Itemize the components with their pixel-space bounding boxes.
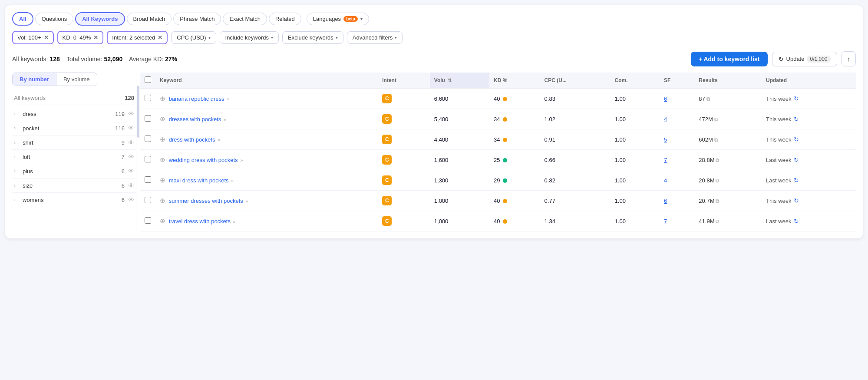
keyword-link[interactable]: dresses with pockets <box>169 116 221 122</box>
keyword-link[interactable]: summer dresses with pockets <box>169 198 243 204</box>
kd-filter-close[interactable]: ✕ <box>93 34 98 41</box>
sf-value[interactable]: 5 <box>664 136 667 143</box>
sf-cell: 6 <box>660 191 694 211</box>
add-keyword-icon[interactable]: ⊕ <box>160 135 165 143</box>
intent-filter-chip[interactable]: Intent: 2 selected ✕ <box>107 31 168 44</box>
sf-cell: 6 <box>660 89 694 109</box>
eye-icon[interactable]: 👁 <box>128 153 134 160</box>
table-row: ⊕ maxi dress with pockets » C 1,300 29 0… <box>140 170 856 191</box>
intent-filter-close[interactable]: ✕ <box>158 34 162 41</box>
row-checkbox[interactable] <box>145 197 151 203</box>
add-keyword-icon[interactable]: ⊕ <box>160 115 165 122</box>
sidebar-item[interactable]: › size 6 👁 <box>12 178 136 193</box>
update-button[interactable]: ↻ Update 0/1,000 <box>772 52 837 66</box>
sidebar-item[interactable]: › dress 119 👁 <box>12 107 136 121</box>
eye-icon[interactable]: 👁 <box>128 125 134 132</box>
keyword-link[interactable]: dress with pockets <box>169 136 215 143</box>
copy-icon[interactable]: ⧉ <box>716 218 719 225</box>
copy-icon[interactable]: ⧉ <box>716 157 719 163</box>
vol-filter-close[interactable]: ✕ <box>44 34 49 41</box>
tab-bar: All Questions All Keywords Broad Match P… <box>12 12 856 26</box>
expand-arrow-icon: › <box>14 197 20 203</box>
copy-icon[interactable]: ⧉ <box>716 178 719 184</box>
sidebar-item-label: pocket <box>23 125 115 132</box>
add-keyword-icon[interactable]: ⊕ <box>160 217 165 225</box>
add-keyword-icon[interactable]: ⊕ <box>160 156 165 163</box>
eye-icon[interactable]: 👁 <box>128 196 134 203</box>
com-cell: 1.00 <box>611 89 660 109</box>
eye-icon[interactable]: 👁 <box>128 110 134 117</box>
sf-value[interactable]: 7 <box>664 218 667 225</box>
add-to-keyword-list-button[interactable]: + Add to keyword list <box>691 52 768 66</box>
exclude-keywords-dropdown[interactable]: Exclude keywords ▾ <box>282 31 343 44</box>
refresh-icon[interactable]: ↻ <box>794 197 799 204</box>
keyword-link[interactable]: maxi dress with pockets <box>169 177 229 184</box>
keyword-expand-icon: » <box>224 117 226 122</box>
export-button[interactable]: ↑ <box>842 51 856 66</box>
sidebar-item-count: 7 <box>122 154 125 160</box>
sidebar-item[interactable]: › pocket 116 👁 <box>12 121 136 135</box>
copy-icon[interactable]: ⧉ <box>706 96 710 102</box>
row-checkbox[interactable] <box>145 176 151 183</box>
keyword-table: Keyword Intent Volu ⇅ KD % CPC (U... Com… <box>140 73 856 231</box>
row-checkbox[interactable] <box>145 135 151 142</box>
kd-cell: 34 <box>489 109 540 129</box>
refresh-icon[interactable]: ↻ <box>794 116 799 122</box>
sidebar-item[interactable]: › loft 7 👁 <box>12 150 136 164</box>
by-number-button[interactable]: By number <box>13 73 56 86</box>
th-volume[interactable]: Volu ⇅ <box>430 73 489 89</box>
copy-icon[interactable]: ⧉ <box>714 116 718 122</box>
keyword-link[interactable]: wedding dress with pockets <box>169 157 238 163</box>
sidebar-item[interactable]: › womens 6 👁 <box>12 193 136 207</box>
row-checkbox[interactable] <box>145 95 151 101</box>
kd-indicator <box>503 158 507 162</box>
by-volume-button[interactable]: By volume <box>56 73 97 86</box>
keyword-link[interactable]: travel dress with pockets <box>169 218 231 225</box>
sidebar-item[interactable]: › shirt 9 👁 <box>12 135 136 150</box>
tab-phrase-match[interactable]: Phrase Match <box>173 13 221 25</box>
add-keyword-icon[interactable]: ⊕ <box>160 176 165 184</box>
cpc-cell: 0.82 <box>540 170 611 191</box>
include-keywords-dropdown[interactable]: Include keywords ▾ <box>220 31 279 44</box>
add-keyword-icon[interactable]: ⊕ <box>160 197 165 204</box>
include-keywords-label: Include keywords <box>225 34 269 41</box>
keyword-link[interactable]: banana republic dress <box>169 96 224 102</box>
scrollbar[interactable] <box>137 86 139 138</box>
tab-all[interactable]: All <box>12 12 33 26</box>
cpc-filter-label: CPC (USD) <box>177 34 206 41</box>
tab-all-keywords[interactable]: All Keywords <box>75 12 125 26</box>
tab-related[interactable]: Related <box>269 13 301 25</box>
advanced-filters-dropdown[interactable]: Advanced filters ▾ <box>347 31 403 44</box>
copy-icon[interactable]: ⧉ <box>714 137 718 143</box>
refresh-icon[interactable]: ↻ <box>794 95 799 102</box>
th-intent: Intent <box>378 73 430 89</box>
sf-value[interactable]: 7 <box>664 157 667 163</box>
refresh-icon[interactable]: ↻ <box>794 156 799 163</box>
refresh-icon[interactable]: ↻ <box>794 218 799 225</box>
tab-questions[interactable]: Questions <box>35 13 74 25</box>
cpc-cell: 0.66 <box>540 150 611 170</box>
refresh-icon[interactable]: ↻ <box>794 136 799 143</box>
sf-value[interactable]: 4 <box>664 177 667 184</box>
sf-value[interactable]: 6 <box>664 96 667 102</box>
row-checkbox[interactable] <box>145 115 151 122</box>
add-keyword-icon[interactable]: ⊕ <box>160 95 165 102</box>
refresh-icon[interactable]: ↻ <box>794 177 799 184</box>
eye-icon[interactable]: 👁 <box>128 182 134 189</box>
sf-value[interactable]: 4 <box>664 116 667 122</box>
row-checkbox[interactable] <box>145 156 151 162</box>
sidebar-item[interactable]: › plus 6 👁 <box>12 164 136 178</box>
tab-broad-match[interactable]: Broad Match <box>127 13 172 25</box>
kd-filter-chip[interactable]: KD: 0–49% ✕ <box>57 31 104 44</box>
eye-icon[interactable]: 👁 <box>128 139 134 146</box>
eye-icon[interactable]: 👁 <box>128 168 134 175</box>
row-checkbox[interactable] <box>145 217 151 224</box>
vol-filter-chip[interactable]: Vol: 100+ ✕ <box>12 31 54 44</box>
select-all-checkbox[interactable] <box>145 76 151 83</box>
tab-exact-match[interactable]: Exact Match <box>223 13 267 25</box>
languages-dropdown[interactable]: Languages beta ▾ <box>307 13 369 25</box>
sf-value[interactable]: 6 <box>664 198 667 204</box>
cpc-filter-dropdown[interactable]: CPC (USD) ▾ <box>171 31 216 44</box>
copy-icon[interactable]: ⧉ <box>716 198 719 204</box>
th-keyword: Keyword <box>155 73 378 89</box>
